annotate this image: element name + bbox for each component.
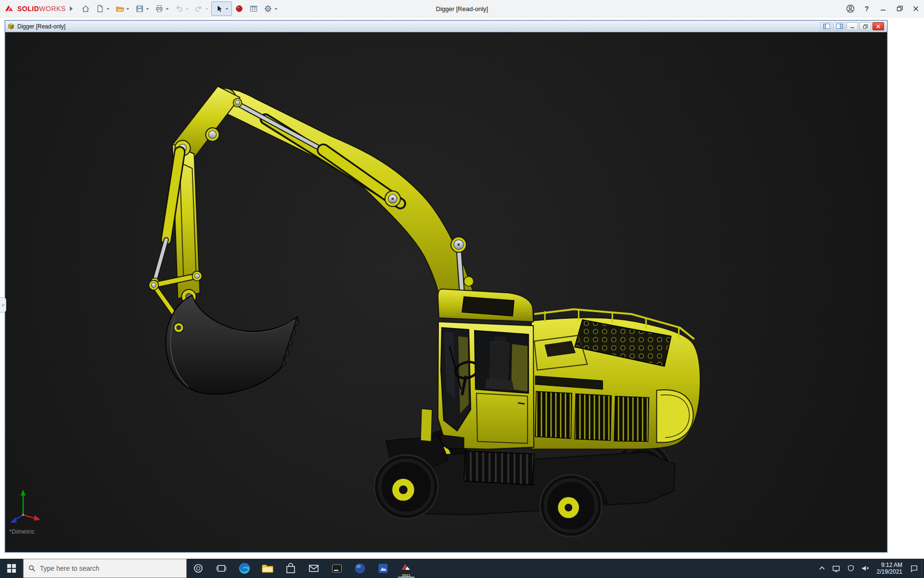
model-cab[interactable]	[438, 289, 534, 449]
search-icon	[28, 565, 36, 572]
evaluate-button[interactable]	[246, 1, 261, 16]
show-desktop-button[interactable]	[921, 559, 924, 578]
gear-icon	[263, 4, 273, 13]
orientation-triad-icon	[10, 490, 40, 523]
save-icon	[135, 4, 144, 13]
open-button[interactable]	[113, 1, 132, 16]
taskbar-app-solidworks[interactable]: 2021	[395, 559, 418, 578]
red-sphere-icon	[234, 4, 244, 13]
minimize-button[interactable]	[875, 0, 891, 17]
cortana-button[interactable]	[187, 559, 210, 578]
volume-muted-icon	[861, 564, 870, 573]
chevron-down-icon[interactable]	[126, 4, 130, 13]
search-input[interactable]	[40, 565, 181, 572]
open-folder-icon	[115, 4, 125, 13]
taskbar-app-edge[interactable]	[233, 559, 256, 578]
account-icon	[846, 4, 855, 13]
doc-close-button[interactable]	[873, 22, 884, 30]
chevron-down-icon[interactable]	[185, 4, 189, 13]
task-view-button[interactable]	[210, 559, 233, 578]
save-button[interactable]	[132, 1, 152, 16]
photos-icon	[377, 563, 389, 574]
minimize-icon	[850, 24, 855, 28]
pane-right-icon	[836, 24, 843, 29]
taskbar: 2021 9:12 AM 2/19/202	[0, 559, 924, 578]
restore-icon	[897, 5, 903, 12]
options-button[interactable]	[261, 1, 281, 16]
chevron-down-icon[interactable]	[145, 4, 150, 13]
part-document-icon	[7, 23, 15, 30]
select-tool-button[interactable]	[211, 1, 232, 16]
close-icon	[913, 6, 919, 12]
model-engine-housing[interactable]	[531, 309, 700, 449]
chevron-down-icon[interactable]	[106, 4, 110, 13]
close-icon	[876, 24, 881, 29]
doc-minimize-button[interactable]	[847, 22, 858, 30]
start-button[interactable]	[0, 559, 23, 578]
mail-icon	[308, 563, 320, 574]
document-title-bar[interactable]: Digger [Read-only]	[5, 21, 887, 32]
print-button[interactable]	[152, 1, 172, 16]
new-document-button[interactable]	[93, 1, 113, 16]
appearance-button[interactable]	[232, 1, 246, 16]
sheet-grid-icon	[249, 4, 258, 13]
home-button[interactable]	[78, 1, 93, 16]
undo-button[interactable]	[172, 1, 192, 16]
taskbar-app-edrawings[interactable]	[348, 559, 372, 578]
app-title-bar: SOLIDWORKS	[0, 0, 924, 17]
taskbar-app-photos[interactable]	[372, 559, 395, 578]
chevron-down-icon[interactable]	[274, 4, 278, 13]
hidden-icons-button[interactable]	[815, 559, 829, 578]
doc-restore-button[interactable]	[860, 22, 871, 30]
model-wheel-front-left[interactable]	[374, 455, 438, 519]
close-button[interactable]	[908, 0, 924, 17]
terminal-icon	[331, 563, 343, 574]
taskbar-app-file-explorer[interactable]	[256, 559, 279, 578]
toolbar-expand-icon[interactable]	[69, 6, 74, 12]
chevron-down-icon[interactable]	[165, 4, 169, 13]
new-document-icon	[95, 4, 105, 13]
chevron-down-icon[interactable]	[225, 4, 229, 13]
edge-icon	[238, 562, 251, 575]
solidworks-logo: SOLIDWORKS	[0, 4, 78, 13]
taskbar-app-store[interactable]	[279, 559, 302, 578]
account-button[interactable]	[842, 0, 859, 17]
pane-layout-right-button[interactable]	[834, 22, 845, 30]
model-stick[interactable]	[171, 86, 240, 304]
tray-volume-button[interactable]	[858, 559, 873, 578]
cortana-icon	[193, 564, 203, 573]
undo-icon	[174, 4, 184, 13]
clock-time: 9:12 AM	[877, 562, 902, 568]
brand-text: SOLIDWORKS	[17, 5, 66, 13]
system-tray: 9:12 AM 2/19/2021	[815, 559, 924, 578]
document-window: Digger [Read-only]	[5, 20, 887, 552]
model-wheel-rear-left[interactable]	[540, 475, 602, 537]
taskbar-search[interactable]	[23, 559, 187, 578]
file-explorer-icon	[261, 562, 274, 575]
chevron-up-icon	[818, 565, 826, 572]
task-view-icon	[217, 564, 226, 573]
print-icon	[154, 4, 164, 13]
digger-3d-model[interactable]	[5, 32, 887, 552]
redo-button[interactable]	[192, 1, 211, 16]
taskbar-clock[interactable]: 9:12 AM 2/19/2021	[873, 562, 907, 575]
action-center-button[interactable]	[907, 559, 921, 578]
taskbar-app-terminal[interactable]	[325, 559, 348, 578]
chevron-down-icon[interactable]	[205, 4, 209, 13]
clock-date: 2/19/2021	[877, 568, 902, 575]
model-boom[interactable]	[215, 88, 474, 295]
taskbar-app-mail[interactable]	[302, 559, 325, 578]
select-cursor-icon	[214, 4, 224, 13]
redo-icon	[194, 4, 204, 13]
featuremanager-collapsed-tab[interactable]	[0, 297, 6, 313]
help-button[interactable]: ?	[859, 0, 875, 17]
edrawings-sphere-icon	[354, 562, 366, 575]
dassault-mark-icon	[4, 4, 14, 13]
tray-shield-button[interactable]	[844, 559, 858, 578]
model-bucket[interactable]	[166, 295, 299, 394]
help-icon: ?	[865, 5, 869, 13]
graphics-viewport[interactable]: *Dimetric	[5, 32, 887, 552]
maximize-button[interactable]	[891, 0, 908, 17]
pane-layout-left-button[interactable]	[821, 22, 832, 30]
tray-display-button[interactable]	[829, 559, 844, 578]
